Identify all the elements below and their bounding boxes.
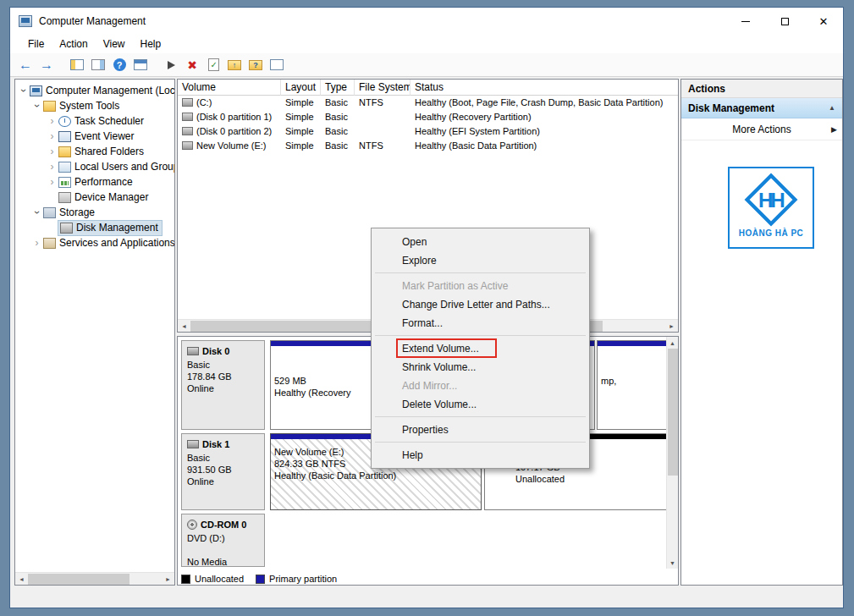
- scroll-right-icon[interactable]: ►: [162, 573, 174, 586]
- tree-item-device-manager[interactable]: Device Manager: [15, 190, 174, 205]
- tree-item-task-scheduler[interactable]: › Task Scheduler: [15, 113, 174, 129]
- chevron-down-icon[interactable]: ›: [31, 102, 43, 111]
- properties-icon[interactable]: [205, 57, 222, 74]
- menu-action[interactable]: Action: [52, 36, 95, 52]
- primary-partition-band: [271, 341, 371, 346]
- menu-help[interactable]: Help: [133, 36, 169, 52]
- menu-file[interactable]: File: [20, 36, 52, 52]
- tree-item-label: Task Scheduler: [74, 115, 144, 127]
- context-menu-item-open[interactable]: Open: [373, 233, 587, 251]
- collapse-section-icon[interactable]: ▲: [829, 104, 835, 112]
- chevron-right-icon[interactable]: ›: [47, 161, 57, 173]
- context-menu-item-change-drive-letter[interactable]: Change Drive Letter and Paths...: [373, 295, 587, 314]
- context-menu-item-explore[interactable]: Explore: [373, 251, 587, 270]
- volume-row-new-volume-e[interactable]: New Volume (E:) Simple Basic NTFS Health…: [178, 139, 678, 153]
- scroll-up-icon[interactable]: ▲: [667, 337, 678, 349]
- open-folder-icon[interactable]: ↑: [226, 57, 243, 74]
- disk-1-label[interactable]: Disk 1 Basic 931.50 GB Online: [181, 433, 265, 510]
- chevron-right-icon[interactable]: ›: [47, 176, 57, 188]
- volume-icon: [182, 141, 193, 150]
- volume-type: Basic: [321, 139, 355, 153]
- context-menu-item-help[interactable]: Help: [373, 446, 587, 465]
- volume-file-system: NTFS: [355, 139, 410, 153]
- local-users-groups-icon: [58, 162, 71, 173]
- more-actions-arrow-icon: ▶: [831, 125, 837, 134]
- tree-item-event-viewer[interactable]: › Event Viewer: [15, 129, 174, 144]
- volume-row-disk0-partition1[interactable]: (Disk 0 partition 1) Simple Basic Health…: [178, 110, 678, 124]
- partition-recovery[interactable]: 529 MB Healthy (Recovery: [270, 340, 372, 430]
- logo-caption: HOÀNG HÀ PC: [739, 228, 804, 238]
- tree-item-services-and-applications[interactable]: › Services and Applications: [15, 235, 174, 250]
- disk-0-label[interactable]: Disk 0 Basic 178.84 GB Online: [181, 340, 265, 430]
- disk-icon: [187, 440, 199, 448]
- tree-item-local-users-and-groups[interactable]: › Local Users and Groups: [15, 159, 174, 174]
- scroll-right-icon[interactable]: ►: [665, 320, 678, 333]
- chevron-down-icon[interactable]: ›: [18, 86, 30, 96]
- partition-legend: Unallocated Primary partition: [181, 572, 337, 586]
- chevron-down-icon[interactable]: ›: [31, 208, 43, 217]
- close-button[interactable]: ✕: [804, 8, 843, 35]
- tree-item-label: Event Viewer: [74, 130, 134, 142]
- column-header-file-system[interactable]: File System: [355, 80, 410, 96]
- selected-highlight: Disk Management: [58, 221, 162, 235]
- column-header-layout[interactable]: Layout: [281, 80, 321, 96]
- scrollbar-thumb[interactable]: [28, 574, 129, 585]
- tree-item-system-tools[interactable]: › System Tools: [15, 98, 174, 113]
- tree-item-storage[interactable]: › Storage: [15, 205, 174, 220]
- actions-disk-management-header[interactable]: Disk Management ▲: [681, 98, 842, 118]
- context-menu-item-properties[interactable]: Properties: [373, 421, 587, 439]
- disk-type: Basic: [187, 359, 259, 371]
- back-icon[interactable]: ←: [17, 57, 34, 74]
- disk-management-icon: [60, 223, 73, 234]
- volume-name: (Disk 0 partition 1): [196, 112, 272, 122]
- partition-status: mp,: [601, 375, 669, 387]
- column-header-type[interactable]: Type: [321, 80, 355, 96]
- chevron-right-icon[interactable]: ›: [47, 130, 57, 142]
- disk-vertical-scrollbar[interactable]: ▲ ▼: [666, 337, 678, 569]
- column-header-volume[interactable]: Volume: [178, 80, 281, 96]
- volume-status: Healthy (Boot, Page File, Crash Dump, Ba…: [410, 96, 679, 110]
- primary-partition-band: [598, 341, 669, 346]
- tree-item-computer-management[interactable]: › Computer Management (Local: [15, 83, 174, 98]
- action-icon[interactable]: [163, 57, 179, 74]
- forward-icon[interactable]: →: [38, 57, 55, 74]
- unallocated-legend-swatch: [181, 575, 190, 584]
- maximize-button[interactable]: [765, 8, 804, 35]
- tree-item-performance[interactable]: › Performance: [15, 174, 174, 190]
- chevron-right-icon[interactable]: ›: [47, 146, 57, 157]
- tree-item-shared-folders[interactable]: › Shared Folders: [15, 144, 174, 159]
- new-window-icon[interactable]: [132, 57, 149, 74]
- delete-icon[interactable]: ✖: [184, 57, 201, 74]
- scroll-left-icon[interactable]: ◄: [178, 320, 190, 333]
- minimize-button[interactable]: [726, 8, 765, 35]
- show-action-pane-icon[interactable]: [90, 57, 107, 74]
- context-menu-item-delete-volume[interactable]: Delete Volume...: [373, 395, 587, 414]
- chevron-right-icon[interactable]: ›: [32, 237, 41, 249]
- cdrom-0-label[interactable]: CD-ROM 0 DVD (D:) No Media: [181, 514, 265, 567]
- folder-help-icon[interactable]: ?: [247, 57, 264, 74]
- volume-row-disk0-partition2[interactable]: (Disk 0 partition 2) Simple Basic Health…: [178, 124, 678, 139]
- scroll-left-icon[interactable]: ◄: [15, 573, 28, 586]
- partition-c[interactable]: mp,: [597, 340, 670, 430]
- scroll-down-icon[interactable]: ▼: [667, 557, 678, 569]
- show-console-tree-icon[interactable]: [69, 57, 85, 74]
- more-actions-button[interactable]: More Actions ▶: [681, 118, 842, 140]
- chevron-right-icon[interactable]: ›: [47, 115, 57, 127]
- cdrom-0-row: CD-ROM 0 DVD (D:) No Media: [181, 514, 667, 567]
- help-icon[interactable]: ?: [111, 57, 128, 74]
- tree-item-disk-management[interactable]: Disk Management: [15, 220, 174, 235]
- console-window-icon[interactable]: [268, 57, 285, 74]
- actions-pane: Actions Disk Management ▲ More Actions ▶…: [680, 79, 843, 586]
- context-menu-item-format[interactable]: Format...: [373, 314, 587, 333]
- volume-row-c[interactable]: (C:) Simple Basic NTFS Healthy (Boot, Pa…: [178, 96, 678, 110]
- tree-item-label: Computer Management (Local: [46, 85, 175, 96]
- actions-section-label: Disk Management: [688, 102, 774, 114]
- legend-label: Unallocated: [195, 574, 244, 584]
- context-menu-item-shrink-volume[interactable]: Shrink Volume...: [373, 358, 587, 377]
- column-header-status[interactable]: Status: [410, 80, 679, 96]
- partition-status: Unallocated: [515, 473, 669, 485]
- scrollbar-thumb[interactable]: [668, 349, 678, 476]
- context-menu-item-mark-partition-active: Mark Partition as Active: [373, 277, 587, 295]
- menu-view[interactable]: View: [96, 36, 133, 52]
- tree-horizontal-scrollbar[interactable]: ◄ ►: [15, 572, 174, 585]
